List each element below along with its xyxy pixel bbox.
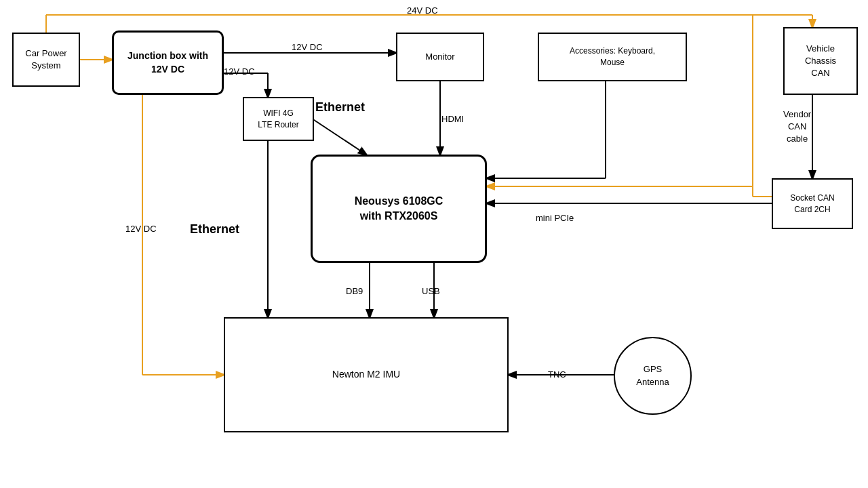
label-mini-pcie: mini PCIe	[536, 213, 574, 223]
label-12vdc-left: 12V DC	[125, 224, 157, 234]
gps-antenna-box: GPSAntenna	[614, 337, 692, 415]
car-power-system-label: Car Power System	[14, 47, 79, 72]
label-12vdc-top: 12V DC	[292, 42, 323, 52]
accessories-label: Accessories: Keyboard,Mouse	[570, 45, 655, 68]
wifi-router-label: WIFI 4GLTE Router	[258, 108, 298, 131]
label-24vdc: 24V DC	[407, 5, 438, 16]
label-vendor-can: VendorCANcable	[783, 108, 811, 146]
car-power-system-box: Car Power System	[12, 33, 80, 87]
label-tnc: TNC	[548, 369, 566, 380]
label-12vdc-mid: 12V DC	[224, 66, 255, 77]
monitor-box: Monitor	[396, 33, 484, 81]
label-hdmi: HDMI	[441, 114, 464, 124]
accessories-box: Accessories: Keyboard,Mouse	[538, 33, 687, 81]
junction-box-label: Junction box with12V DC	[127, 49, 208, 76]
label-ethernet-left: Ethernet	[190, 222, 239, 237]
socket-can-label: Socket CANCard 2CH	[790, 192, 834, 216]
neousys-box: Neousys 6108GCwith RTX2060S	[311, 155, 487, 263]
socket-can-box: Socket CANCard 2CH	[772, 178, 853, 229]
vehicle-chassis-label: VehicleChassisCAN	[805, 43, 836, 80]
gps-antenna-label: GPSAntenna	[636, 363, 669, 388]
newton-imu-box: Newton M2 IMU	[224, 317, 509, 432]
junction-box: Junction box with12V DC	[112, 30, 224, 95]
label-db9: DB9	[346, 286, 363, 296]
svg-line-7	[312, 119, 366, 155]
vehicle-chassis-box: VehicleChassisCAN	[783, 27, 858, 95]
newton-imu-label: Newton M2 IMU	[332, 368, 400, 382]
neousys-label: Neousys 6108GCwith RTX2060S	[355, 194, 443, 224]
wifi-router-box: WIFI 4GLTE Router	[243, 97, 314, 141]
monitor-label: Monitor	[425, 51, 454, 63]
label-usb: USB	[422, 286, 440, 296]
label-ethernet-top: Ethernet	[315, 100, 365, 115]
